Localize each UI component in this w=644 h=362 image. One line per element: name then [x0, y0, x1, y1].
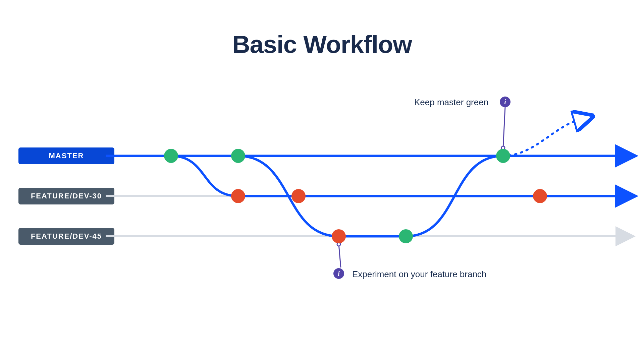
commit-node [231, 189, 245, 203]
commit-node [399, 229, 413, 243]
info-icon: i [500, 97, 511, 107]
commit-node [533, 189, 547, 203]
commit-node [164, 149, 178, 163]
svg-line-7 [339, 244, 341, 267]
diagram-stage: Basic Workflow MASTER FEATURE/DEV-30 FEA… [0, 0, 644, 362]
annotation-master-green: Keep master green [414, 97, 488, 108]
info-icon: i [333, 268, 344, 279]
commit-node [231, 149, 245, 163]
commit-node [496, 149, 510, 163]
git-graph [0, 0, 644, 362]
commit-node [291, 189, 306, 203]
commit-node [332, 229, 346, 243]
annotation-feature-experiment: Experiment on your feature branch [352, 269, 486, 280]
svg-line-5 [503, 107, 505, 148]
